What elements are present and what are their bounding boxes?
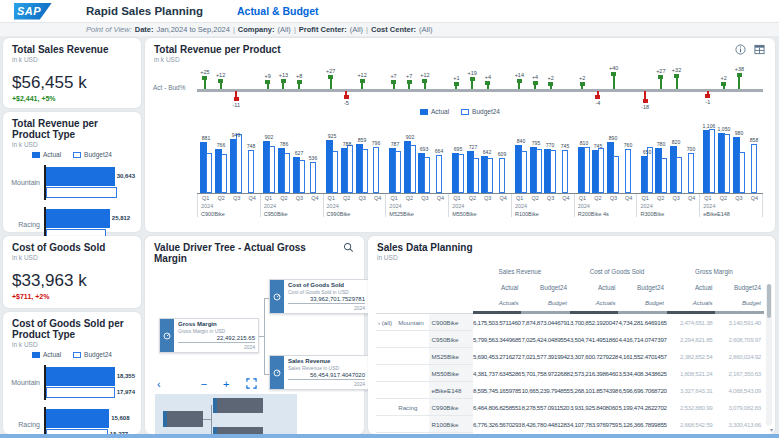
value-cell[interactable]: 2,167,350.63 [715, 365, 764, 382]
tab-actual-budget[interactable]: Actual & Budget [237, 5, 319, 17]
vdt-minimap[interactable] [155, 394, 297, 438]
value-cell[interactable]: 4,734,281.6469165 [618, 314, 667, 331]
actual-bar[interactable] [46, 209, 110, 228]
budget-bar[interactable] [236, 134, 242, 193]
product-type-cell[interactable] [396, 331, 428, 348]
measure-header[interactable]: Actual [473, 279, 521, 295]
value-cell[interactable]: 4,068,543.09 [715, 382, 764, 399]
budget-bar[interactable] [46, 187, 117, 198]
budget-bar[interactable] [269, 146, 275, 193]
budget-bar[interactable] [373, 147, 379, 193]
budget-bar[interactable] [751, 144, 757, 193]
product-cell[interactable]: C990Bike [429, 399, 473, 416]
measure-header[interactable]: Budget24 [715, 279, 764, 295]
vertical-scrollbar[interactable] [766, 284, 772, 426]
product-type-cell[interactable]: Racing [396, 399, 428, 416]
budget-bar[interactable] [362, 149, 368, 193]
value-cell[interactable]: 6,596,696.7068720 [618, 382, 667, 399]
budget-bar[interactable] [676, 157, 682, 193]
zoom-out-icon[interactable]: − [201, 379, 207, 389]
value-cell[interactable]: 3,504,741.4951860 [570, 331, 618, 348]
vdt-node-sales-revenue[interactable]: Sales Revenue Sales Revenue in USD 56,45… [269, 355, 369, 390]
value-cell[interactable]: 4,416,714.0747397 [618, 331, 667, 348]
expand-cell[interactable] [376, 331, 396, 348]
expand-cell[interactable] [376, 399, 396, 416]
budget-bar[interactable] [550, 150, 556, 193]
actual-bar[interactable] [46, 409, 109, 428]
pov-profit-center-value[interactable]: (All) [350, 25, 363, 34]
actual-bar[interactable] [46, 167, 115, 186]
table-icon[interactable] [754, 44, 765, 55]
budget-bar[interactable] [436, 155, 442, 193]
budget-bar[interactable] [724, 134, 730, 193]
budget-bar[interactable] [661, 158, 667, 193]
value-cell[interactable]: 5,268,101.8574398 [570, 382, 618, 399]
value-cell[interactable]: 2,668,542.59 [667, 416, 715, 433]
value-cell[interactable]: 1,808,521.24 [667, 365, 715, 382]
value-cell[interactable]: 8,278,557.0911520 [521, 399, 569, 416]
legend-item-budget[interactable]: Budget24 [73, 351, 112, 358]
budget-bar[interactable] [487, 158, 493, 193]
table-row[interactable]: eBikeE1488,595,745.165978510,665,239.794… [376, 382, 764, 399]
value-cell[interactable]: 3,700,852.1920047 [570, 314, 618, 331]
value-cell[interactable]: 2,532,880.99 [667, 399, 715, 416]
expand-cell[interactable] [376, 416, 396, 433]
legend-item-actual[interactable]: Actual [32, 151, 61, 158]
value-cell[interactable]: 5,199,474.2622702 [618, 399, 667, 416]
value-cell[interactable]: 8,595,745.1659785 [473, 382, 521, 399]
scroll-down-icon[interactable]: ▾ [770, 426, 773, 433]
measure-header[interactable]: Budget24 [618, 279, 667, 295]
budget-bar[interactable] [248, 150, 254, 193]
budget-bar[interactable] [562, 150, 568, 193]
search-icon[interactable] [343, 242, 354, 253]
value-cell[interactable]: 7,874,873.0446791 [521, 314, 569, 331]
actual-bar[interactable] [46, 367, 115, 386]
value-cell[interactable]: 4,161,552.4701457 [618, 348, 667, 365]
value-cell[interactable]: 3,079,082.83 [715, 399, 764, 416]
product-type-cell[interactable] [396, 348, 428, 365]
info-icon[interactable] [735, 44, 746, 55]
value-cell[interactable]: 2,573,216.3986460 [570, 365, 618, 382]
product-cell[interactable]: M525Bike [429, 348, 473, 365]
budget-bar[interactable] [739, 152, 745, 193]
pov-date-value[interactable]: Jan,2024 to Sep,2024 [157, 25, 230, 34]
product-type-cell[interactable] [396, 416, 428, 433]
value-cell[interactable]: 4,107,783.9769759 [570, 416, 618, 433]
budget-bar[interactable] [310, 162, 316, 193]
product-cell[interactable]: C950Bike [429, 331, 473, 348]
value-cell[interactable]: 4,381,737.6345286 [473, 365, 521, 382]
expand-icon[interactable] [246, 378, 257, 389]
value-cell[interactable]: 2,294,821.85 [667, 331, 715, 348]
value-cell[interactable]: 10,665,239.7948553 [521, 382, 569, 399]
table-row[interactable]: M550Bike4,381,737.63452865,701,758.97226… [376, 365, 764, 382]
value-cell[interactable]: 7,021,577.3919942 [521, 348, 569, 365]
table-row[interactable]: C950Bike5,799,563.34496857,025,424.04895… [376, 331, 764, 348]
budget-bar[interactable] [613, 156, 619, 193]
expand-cell[interactable] [376, 382, 396, 399]
value-cell[interactable]: 3,931,925.8408060 [570, 399, 618, 416]
budget-bar[interactable] [347, 145, 353, 193]
product-type-cell[interactable]: Mountain [396, 314, 428, 331]
value-cell[interactable]: 3,534,408.3438625 [618, 365, 667, 382]
table-row[interactable]: R100Bike6,776,326.56702938,426,780.44812… [376, 416, 764, 433]
budget-bar[interactable] [46, 387, 115, 398]
scrollbar-thumb[interactable] [767, 284, 771, 318]
value-cell[interactable]: 5,690,453.2716272 [473, 348, 521, 365]
value-cell[interactable]: 3,140,591.40 [715, 314, 764, 331]
product-cell[interactable]: eBikeE148 [429, 382, 473, 399]
measure-header[interactable]: Actual [667, 279, 715, 295]
table-row[interactable]: M525Bike5,690,453.27162727,021,577.39199… [376, 348, 764, 365]
measure-header[interactable]: Actual [570, 279, 618, 295]
product-type-cell[interactable] [396, 382, 428, 399]
product-cell[interactable]: M550Bike [429, 365, 473, 382]
product-cell[interactable]: C900Bike [429, 314, 473, 331]
measure-header[interactable]: Budget24 [521, 279, 569, 295]
legend-item-actual[interactable]: Actual [32, 351, 61, 358]
product-type-cell[interactable] [396, 365, 428, 382]
value-cell[interactable]: 2,860,024.92 [715, 348, 764, 365]
budget-bar[interactable] [410, 145, 416, 193]
budget-bar[interactable] [625, 149, 631, 193]
value-cell[interactable]: 2,474,651.38 [667, 314, 715, 331]
value-cell[interactable]: 6,175,503.5711460 [473, 314, 521, 331]
value-cell[interactable]: 7,025,424.0489554 [521, 331, 569, 348]
